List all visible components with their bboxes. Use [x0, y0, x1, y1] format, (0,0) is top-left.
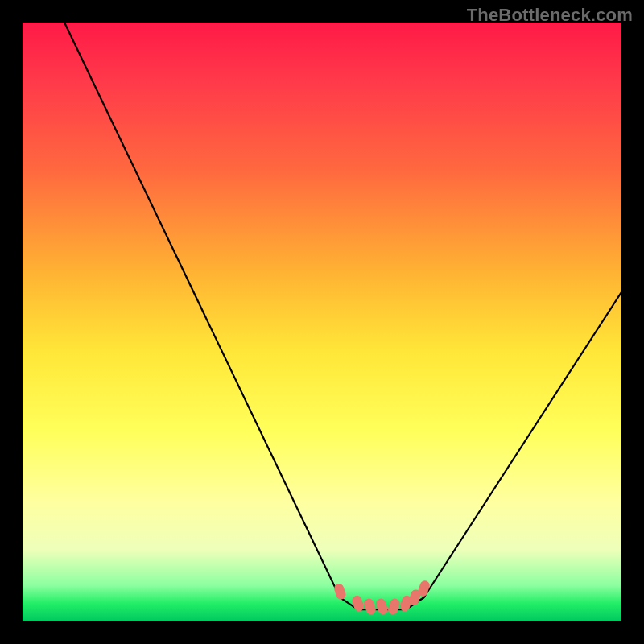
- flat-region-marker: [375, 597, 390, 616]
- bottleneck-curve-svg: [23, 23, 621, 621]
- curve-segment-0: [64, 23, 358, 609]
- flat-region-marker: [363, 597, 378, 616]
- flat-region-marker: [386, 597, 401, 616]
- marker-group: [333, 580, 431, 616]
- chart-plot-area: [23, 23, 621, 621]
- curve-group: [64, 23, 621, 609]
- curve-segment-2: [423, 292, 621, 597]
